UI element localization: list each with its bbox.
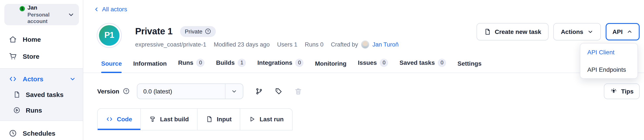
hammer-icon [149,116,156,123]
tag-button[interactable] [274,87,282,95]
sidebar-item-runs[interactable]: Runs [0,102,83,118]
main-content: All actors P1 Private 1 Private ? expr [83,0,644,140]
actor-tabs: Source Information Runs 0 Builds 1 Integ… [83,59,644,73]
sidebar-item-home[interactable]: Home [0,31,83,47]
git-branch-icon [255,87,263,95]
actor-meta: expressive_coast/private-1 Modified 23 d… [135,40,398,49]
author-avatar [361,40,369,49]
subtab-code[interactable]: Code [98,108,141,130]
document-icon [13,91,20,98]
api-dropdown-menu: API Client API Endpoints [580,43,638,78]
tab-runs[interactable]: Runs 0 [178,59,205,72]
play-icon [249,116,256,123]
sidebar-item-label: Saved tasks [26,91,64,98]
back-to-all-actors-link[interactable]: All actors [94,6,127,13]
git-branch-button[interactable] [255,87,263,95]
clock-icon [9,129,17,137]
delete-version-button[interactable] [294,87,302,95]
code-brackets-icon [9,74,17,83]
actions-button[interactable]: Actions [554,23,601,40]
count-badge: 0 [196,59,205,67]
actor-header: P1 Private 1 Private ? expressive_coast/… [97,23,640,49]
actor-slug: expressive_coast/private-1 [135,41,206,48]
sidebar-item-schedules[interactable]: Schedules [0,125,83,140]
subtab-last-build[interactable]: Last build [141,108,198,130]
sidebar-item-label: Store [23,53,40,60]
app-root: $ Jan Personal account Home [0,0,644,140]
sidebar: $ Jan Personal account Home [0,0,83,140]
chevron-down-icon [69,75,76,82]
help-circle-icon[interactable]: ? [205,28,211,34]
document-icon [484,28,491,35]
create-new-task-button[interactable]: Create new task [476,23,548,40]
plan-dollar-badge: $ [19,5,26,12]
sidebar-item-store[interactable]: Store [0,48,83,64]
version-toolbar: Version ? 0.0 (latest) [97,83,640,99]
tab-saved-tasks[interactable]: Saved tasks 0 [400,59,446,72]
count-badge: 0 [380,59,388,67]
sidebar-item-label: Schedules [23,129,55,137]
sidebar-item-label: Home [23,36,41,43]
tab-settings[interactable]: Settings [458,60,481,72]
count-badge: 0 [438,59,446,67]
code-brackets-icon [106,116,113,123]
header-actions: Create new task Actions API API Client [476,23,640,40]
api-button[interactable]: API [606,23,640,40]
sidebar-item-saved-tasks[interactable]: Saved tasks [0,86,83,102]
count-badge: 1 [238,59,246,67]
tab-monitoring[interactable]: Monitoring [315,60,347,72]
user-avatar: $ [8,7,24,22]
users-count: Users 1 [277,41,297,48]
tab-information[interactable]: Information [133,60,167,72]
chevron-down-icon [225,84,243,98]
account-name: Jan [28,4,68,12]
account-switcher[interactable]: $ Jan Personal account [4,4,79,25]
play-circle-icon [13,106,20,114]
menu-item-api-endpoints[interactable]: API Endpoints [580,61,638,78]
runs-count: Runs 0 [305,41,324,48]
actor-avatar: P1 [97,23,122,48]
version-label: Version [97,88,119,95]
count-badge: 0 [296,59,304,67]
tips-button[interactable]: Tips [604,83,640,99]
source-subtabs: Code Last build Input Last run [97,108,292,130]
trash-icon [294,87,302,95]
page-title: Private 1 [135,26,173,37]
sidebar-item-actors[interactable]: Actors [0,71,83,86]
chevron-down-icon [587,28,593,35]
menu-item-api-client[interactable]: API Client [580,43,638,61]
sidebar-nav: Home Store Actors [0,31,83,140]
lightbulb-icon [610,87,618,95]
version-select[interactable]: 0.0 (latest) [137,83,243,99]
privacy-badge: Private ? [180,26,216,37]
sidebar-item-label: Runs [26,106,42,114]
tab-source[interactable]: Source [101,60,122,72]
actors-nav-group: Actors Saved tasks Runs [0,68,83,121]
sidebar-item-label: Actors [23,75,44,82]
chevron-up-icon [626,28,633,35]
chevron-down-icon [68,11,74,18]
home-icon [9,35,17,44]
tab-builds[interactable]: Builds 1 [216,59,246,72]
author-link[interactable]: Jan Turoň [372,41,398,48]
tab-issues[interactable]: Issues 0 [358,59,388,72]
tab-integrations[interactable]: Integrations 0 [258,59,304,72]
subtab-last-run[interactable]: Last run [240,108,292,130]
cart-icon [9,52,17,61]
tag-icon [274,87,282,95]
chevron-left-icon [94,6,100,12]
account-type: Personal account [28,11,68,25]
help-circle-icon[interactable]: ? [123,88,129,94]
svg-text:?: ? [207,30,209,33]
svg-text:?: ? [125,89,127,93]
subtab-input[interactable]: Input [198,108,240,130]
modified-date: Modified 23 days ago [214,41,270,48]
document-icon [206,116,213,123]
